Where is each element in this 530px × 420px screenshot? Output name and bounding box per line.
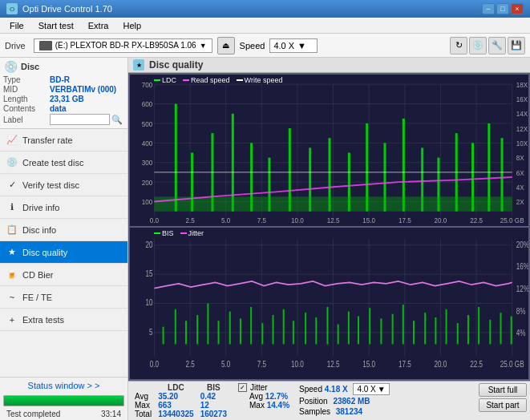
minimize-button[interactable]: − — [482, 3, 495, 14]
svg-text:10.0: 10.0 — [291, 359, 304, 370]
svg-rect-112 — [273, 315, 274, 344]
svg-text:0.0: 0.0 — [150, 216, 159, 225]
svg-text:5: 5 — [149, 326, 153, 337]
sidebar-item-label: Create test disc — [22, 158, 83, 168]
svg-rect-111 — [261, 323, 263, 344]
total-ldc: 13440325 — [155, 410, 197, 418]
svg-rect-116 — [315, 317, 317, 344]
disc-label-input[interactable] — [50, 114, 110, 125]
menu-file[interactable]: File — [3, 19, 30, 32]
svg-text:10X: 10X — [516, 139, 528, 147]
svg-text:15: 15 — [145, 269, 152, 279]
svg-text:100: 100 — [142, 197, 153, 206]
sidebar-item-disc-quality[interactable]: ★ Disc quality — [0, 241, 127, 264]
sidebar-item-verify-test-disc[interactable]: ✓ Verify test disc — [0, 174, 127, 196]
disc-quality-header: ★ Disc quality — [128, 58, 530, 73]
drive-select[interactable]: (E:) PLEXTOR BD-R PX-LB950SA 1.06 ▼ — [34, 38, 212, 53]
position-label: Position — [299, 397, 328, 406]
max-bis: 12 — [197, 401, 230, 410]
svg-text:10.0: 10.0 — [291, 216, 304, 225]
status-window-button[interactable]: Status window > > — [0, 378, 127, 394]
speed-dropdown[interactable]: 4.0 X ▼ — [353, 383, 389, 395]
legend-write-speed: Write speed — [245, 76, 283, 84]
length-label: Length — [3, 95, 48, 103]
mid-label: MID — [3, 85, 48, 94]
length-value: 23,31 GB — [50, 95, 84, 103]
contents-value: data — [50, 104, 67, 113]
ldc-header: LDC — [155, 383, 197, 392]
bis-header: BIS — [197, 383, 230, 392]
bottom-chart: BIS Jitter — [130, 228, 528, 379]
start-part-button[interactable]: Start part — [479, 398, 527, 412]
menu-extra[interactable]: Extra — [82, 19, 115, 32]
type-label: Type — [3, 75, 48, 84]
sidebar-item-label: FE / TE — [22, 293, 52, 302]
svg-text:14X: 14X — [516, 110, 528, 119]
disc-label-icon[interactable]: 🔍 — [111, 115, 123, 125]
svg-text:17.5: 17.5 — [399, 359, 411, 370]
svg-text:700: 700 — [142, 80, 153, 89]
svg-text:2X: 2X — [516, 197, 524, 206]
speed-dropdown-val: 4.0 X — [357, 385, 375, 394]
svg-text:20.0: 20.0 — [435, 216, 447, 225]
sidebar-item-disc-info[interactable]: 📋 Disc info — [0, 219, 127, 241]
disc-label-key: Label — [3, 115, 48, 124]
svg-rect-109 — [240, 318, 241, 344]
start-full-button[interactable]: Start full — [479, 383, 527, 397]
speed-position-section: Speed 4.18 X 4.0 X ▼ Position 23862 MB — [299, 383, 390, 416]
sidebar-item-label: Verify test disc — [22, 180, 79, 190]
max-label: Max — [131, 401, 155, 410]
eject-button[interactable]: ⏏ — [217, 37, 235, 55]
svg-text:0.0: 0.0 — [150, 359, 160, 370]
speed-select[interactable]: 4.0 X ▼ — [269, 38, 318, 53]
speed-arrow: ▼ — [297, 41, 306, 50]
stats-bar: LDC BIS Avg 35.20 0.42 Max 663 12 Total … — [128, 381, 530, 420]
sidebar: 💿 Disc Type BD-R MID VERBATIMv (000) Len… — [0, 58, 128, 420]
svg-text:4%: 4% — [516, 328, 526, 338]
svg-text:7.5: 7.5 — [257, 359, 267, 370]
sidebar-item-extra-tests[interactable]: + Extra tests — [0, 309, 127, 331]
verify-test-disc-icon: ✓ — [6, 180, 18, 191]
extra-tests-icon: + — [6, 314, 18, 325]
sidebar-item-create-test-disc[interactable]: 💿 Create test disc — [0, 151, 127, 174]
disc-info-icon: 📋 — [6, 224, 18, 236]
status-time: 33:14 — [98, 409, 124, 419]
sidebar-item-fe-te[interactable]: ~ FE / TE — [0, 286, 127, 309]
svg-rect-133 — [500, 313, 502, 344]
refresh-button[interactable]: ↻ — [450, 37, 467, 55]
legend-ldc: LDC — [162, 76, 176, 84]
drive-label: Drive — [5, 41, 26, 50]
svg-text:22.5: 22.5 — [470, 359, 483, 370]
svg-rect-119 — [348, 312, 350, 345]
disc-button[interactable]: 💿 — [469, 37, 487, 55]
cd-bier-icon: 🍺 — [6, 269, 18, 281]
settings-button[interactable]: 🔧 — [488, 37, 506, 55]
svg-rect-127 — [435, 317, 436, 344]
svg-rect-107 — [218, 321, 220, 344]
svg-rect-102 — [163, 327, 164, 345]
svg-text:8X: 8X — [516, 154, 524, 163]
svg-rect-123 — [392, 314, 394, 345]
svg-text:5.0: 5.0 — [221, 359, 231, 370]
svg-rect-118 — [338, 325, 339, 345]
disc-panel: 💿 Disc Type BD-R MID VERBATIMv (000) Len… — [0, 58, 127, 129]
save-button[interactable]: 💾 — [508, 37, 525, 55]
menu-start-test[interactable]: Start test — [32, 19, 80, 32]
menu-help[interactable]: Help — [116, 19, 148, 32]
sidebar-item-drive-info[interactable]: ℹ Drive info — [0, 196, 127, 219]
jitter-label: Jitter — [250, 383, 268, 392]
main-layout: 💿 Disc Type BD-R MID VERBATIMv (000) Len… — [0, 58, 530, 420]
svg-text:16%: 16% — [516, 261, 528, 272]
close-button[interactable]: × — [511, 3, 524, 14]
jitter-avg: 12.7% — [265, 392, 288, 401]
svg-text:2.5: 2.5 — [185, 216, 194, 225]
svg-text:25.0 GB: 25.0 GB — [500, 216, 524, 225]
disc-quality-panel-icon: ★ — [133, 59, 144, 71]
maximize-button[interactable]: □ — [496, 3, 509, 14]
sidebar-item-cd-bier[interactable]: 🍺 CD Bier — [0, 264, 127, 286]
type-value: BD-R — [50, 75, 70, 84]
jitter-checkbox[interactable]: ✓ — [238, 383, 247, 392]
svg-text:16X: 16X — [516, 95, 528, 103]
status-window-label: Status window > > — [28, 381, 100, 390]
sidebar-item-transfer-rate[interactable]: 📈 Transfer rate — [0, 129, 127, 151]
